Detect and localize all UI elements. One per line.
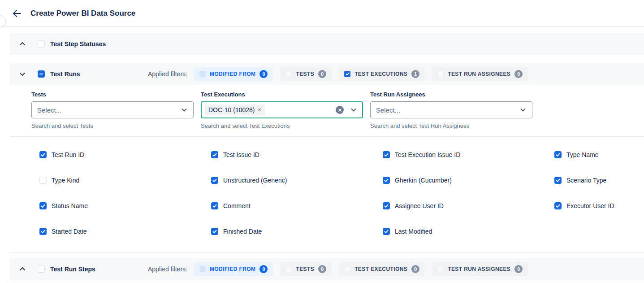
field-label: Last Modified (395, 228, 432, 235)
badge-checkbox[interactable] (199, 266, 206, 272)
checkmark-icon (384, 152, 389, 157)
helper-text: Search and select Test Executions (201, 122, 363, 129)
chevron-down-icon[interactable] (181, 106, 188, 113)
field-item: Status Name (39, 202, 211, 209)
badge-label: TESTS (296, 266, 314, 272)
badge-checkbox[interactable] (344, 266, 350, 272)
badge-label: MODIFIED FROM (210, 266, 256, 272)
checkmark-icon (384, 178, 389, 183)
field-checkbox[interactable] (39, 228, 47, 235)
select-col-tests: Tests Select... Search and select Tests (31, 91, 194, 129)
filter-badges: MODIFIED FROM 0 TESTS 0 TEST EXECUTIONS … (194, 262, 528, 276)
badge-count: 0 (411, 265, 419, 273)
badge-checkbox[interactable] (344, 71, 350, 77)
select-col-test-run-assignees: Test Run Assignees Select... Search and … (370, 91, 532, 129)
chip-label: DOC-10 (10028) (208, 106, 255, 113)
tests-select[interactable]: Select... (31, 101, 194, 118)
selected-value-chip[interactable]: DOC-10 (10028) × (205, 104, 265, 115)
field-label: Assignee User ID (395, 202, 444, 209)
back-button[interactable] (11, 7, 23, 20)
badge-label: TEST EXECUTIONS (354, 71, 407, 77)
badge-checkbox[interactable] (437, 71, 444, 77)
filter-badge-test-run-assignees[interactable]: TEST RUN ASSIGNEES 0 (432, 262, 528, 276)
section-checkbox-test-run-steps[interactable] (38, 266, 45, 273)
field-item: Test Run ID (39, 151, 211, 158)
field-checkbox[interactable] (554, 202, 562, 209)
field-checkbox[interactable] (39, 177, 47, 184)
badge-checkbox[interactable] (285, 266, 292, 272)
applied-filters-label: Applied filters: (148, 70, 187, 78)
select-placeholder: Select... (376, 106, 400, 114)
chevron-down-icon[interactable] (19, 70, 26, 78)
field-checkbox[interactable] (383, 151, 390, 158)
field-checkbox[interactable] (554, 151, 562, 158)
field-label: Status Name (52, 202, 88, 209)
field-checkbox[interactable] (383, 202, 390, 209)
applied-filters-label: Applied filters: (148, 266, 187, 273)
field-label: Test Execution Issue ID (395, 151, 460, 158)
field-item: Executor User ID (554, 202, 644, 209)
badge-count: 0 (514, 70, 523, 78)
field-item: Finished Date (211, 228, 383, 235)
badge-checkbox[interactable] (285, 71, 292, 77)
field-label: Type Kind (52, 177, 79, 184)
filter-badge-tests[interactable]: TESTS 0 (280, 67, 332, 81)
badge-label: TESTS (296, 71, 314, 77)
chip-remove-icon[interactable]: × (258, 107, 261, 113)
field-label: Comment (223, 202, 251, 209)
badge-count: 0 (318, 70, 326, 78)
indeterminate-dash-icon (39, 74, 43, 74)
chevron-down-icon[interactable] (519, 106, 527, 113)
badge-count: 0 (259, 265, 268, 273)
filter-badge-test-executions[interactable]: TEST EXECUTIONS 0 (339, 262, 425, 276)
field-checkbox[interactable] (383, 177, 390, 184)
sidebar-toggle-button[interactable] (0, 15, 6, 27)
badge-count: 0 (318, 265, 326, 273)
test-run-assignees-select[interactable]: Select... (370, 101, 532, 118)
field-checkbox[interactable] (554, 177, 562, 184)
field-checkbox[interactable] (211, 177, 218, 184)
checkmark-icon (555, 178, 561, 183)
field-checkbox[interactable] (383, 228, 390, 235)
chevron-down-icon[interactable] (350, 106, 357, 113)
select-col-test-executions: Test Executions DOC-10 (10028) × Search … (201, 91, 363, 129)
badge-count: 0 (259, 70, 268, 78)
checkmark-icon (212, 178, 217, 183)
badge-checkbox[interactable] (199, 71, 206, 77)
badge-count: 0 (514, 265, 523, 273)
field-label: Scenario Type (566, 177, 606, 184)
field-label: Executor User ID (566, 202, 614, 209)
field-label: Type Name (566, 151, 599, 158)
field-label: Finished Date (223, 228, 262, 235)
chevron-up-icon[interactable] (19, 266, 26, 273)
page-header: Create Power BI Data Source (0, 0, 644, 27)
filter-badge-test-executions[interactable]: TEST EXECUTIONS 1 (339, 67, 425, 81)
field-checkbox[interactable] (211, 151, 218, 158)
clear-all-button[interactable] (336, 106, 344, 114)
badge-count: 1 (411, 70, 419, 78)
checkmark-icon (384, 203, 389, 209)
section-checkbox-test-step-statuses[interactable] (38, 40, 45, 48)
field-checkbox[interactable] (211, 202, 218, 209)
filter-badge-modified-from[interactable]: MODIFIED FROM 0 (194, 262, 273, 276)
test-executions-select[interactable]: DOC-10 (10028) × (201, 101, 363, 118)
filter-badge-modified-from[interactable]: MODIFIED FROM 0 (194, 67, 273, 81)
field-checkbox[interactable] (39, 151, 47, 158)
field-label: Test Run ID (52, 151, 84, 158)
field-item: Scenario Type (554, 177, 644, 184)
select-label: Tests (31, 91, 194, 98)
clear-x-icon (338, 108, 342, 112)
field-checkbox[interactable] (211, 228, 218, 235)
checkmark-icon (212, 229, 217, 234)
section-test-run-steps: Test Run Steps Applied filters: MODIFIED… (10, 258, 644, 280)
select-label: Test Run Assignees (370, 91, 532, 98)
filter-badge-tests[interactable]: TESTS 0 (280, 262, 332, 276)
field-label: Started Date (52, 228, 87, 235)
field-checkbox[interactable] (39, 202, 47, 209)
section-test-step-statuses: Test Step Statuses (10, 33, 644, 55)
filter-badges: MODIFIED FROM 0 TESTS 0 TEST EXECUTIONS … (194, 67, 528, 81)
section-checkbox-test-runs[interactable] (38, 70, 45, 78)
filter-badge-test-run-assignees[interactable]: TEST RUN ASSIGNEES 0 (432, 67, 528, 81)
chevron-up-icon[interactable] (19, 40, 26, 48)
badge-checkbox[interactable] (437, 266, 444, 272)
